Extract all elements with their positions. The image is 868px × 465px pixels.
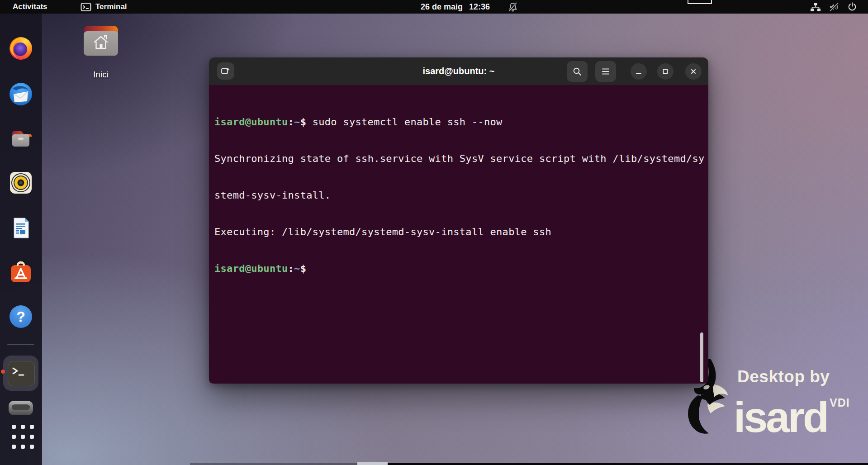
- minimize-icon: [636, 68, 642, 75]
- terminal-command-line: isard@ubuntu:~$sudo systemctl enable ssh…: [214, 116, 705, 128]
- activities-button[interactable]: Activitats: [13, 0, 47, 14]
- terminal-window: isard@ubuntu: ~: [209, 57, 708, 384]
- focused-app-indicator[interactable]: Terminal: [81, 0, 127, 14]
- thunderbird-icon: [8, 81, 33, 107]
- home-folder-label: Inici: [74, 70, 128, 80]
- prompt-dollar: $: [300, 263, 307, 274]
- prompt-user-host: isard@ubuntu: [214, 263, 288, 274]
- dock-separator: [7, 344, 34, 345]
- dock-item-drive[interactable]: [9, 401, 33, 415]
- prompt-path: ~: [294, 116, 300, 128]
- help-glyph: ?: [16, 308, 25, 325]
- terminal-output: isard@ubuntu:~$sudo systemctl enable ssh…: [214, 91, 705, 299]
- focused-app-label: Terminal: [95, 2, 127, 11]
- terminal-scrollbar[interactable]: [700, 332, 703, 382]
- video-scrubbar-segment: [388, 463, 868, 465]
- prompt-dollar: $: [300, 116, 307, 128]
- maximize-button[interactable]: [657, 63, 674, 80]
- ubuntu-software-icon: [8, 260, 33, 285]
- terminal-output-line: Synchronizing state of ssh.service with …: [214, 152, 705, 165]
- screen-edge-artifact: [688, 0, 712, 4]
- network-wired-icon: [810, 2, 821, 12]
- prompt-colon: :: [288, 116, 294, 128]
- prompt-path: ~: [294, 263, 300, 274]
- dock-item-firefox[interactable]: [8, 36, 33, 61]
- dock: ?: [0, 14, 42, 465]
- home-folder-icon: [84, 26, 118, 56]
- app-grid-icon: [12, 425, 16, 429]
- terminal-window-icon: [81, 2, 91, 12]
- top-bar: Activitats Terminal 26 de maig 12:36: [0, 0, 868, 14]
- close-icon: [690, 68, 697, 75]
- search-button[interactable]: [567, 61, 588, 82]
- dock-item-thunderbird[interactable]: [8, 81, 33, 107]
- terminal-titlebar[interactable]: isard@ubuntu: ~: [209, 57, 708, 85]
- minimize-button[interactable]: [631, 63, 647, 80]
- prompt-colon: :: [288, 263, 294, 274]
- watermark-desktop-by: Desktop by: [737, 367, 830, 386]
- prompt-user-host: isard@ubuntu: [214, 116, 288, 128]
- close-button[interactable]: [685, 63, 702, 80]
- typed-command: sudo systemctl enable ssh --now: [313, 116, 503, 128]
- clock-date: 26 de maig: [421, 2, 463, 12]
- dock-item-rhythmbox[interactable]: [8, 170, 33, 195]
- dock-item-libreoffice-writer[interactable]: [8, 215, 33, 241]
- terminal-content-area[interactable]: isard@ubuntu:~$sudo systemctl enable ssh…: [209, 85, 708, 384]
- running-indicator-dot: [1, 370, 5, 374]
- dock-item-ubuntu-software[interactable]: [8, 260, 33, 285]
- dock-item-files[interactable]: [8, 126, 33, 152]
- dock-item-help[interactable]: ?: [8, 304, 33, 329]
- clock-time: 12:36: [469, 2, 490, 12]
- house-icon: [92, 34, 110, 51]
- firefox-icon: [8, 36, 33, 61]
- terminal-prompt-glyph-icon: [12, 366, 28, 380]
- terminal-output-line: stemd-sysv-install.: [214, 189, 705, 201]
- watermark-brand: isard: [734, 393, 827, 442]
- notifications-disabled-icon: [508, 2, 518, 12]
- system-status-menu[interactable]: [810, 0, 857, 14]
- files-folder-icon: [8, 126, 33, 152]
- clock-button[interactable]: 26 de maig 12:36: [421, 0, 490, 14]
- home-folder-shortcut[interactable]: Inici: [74, 24, 128, 84]
- menu-button[interactable]: [595, 61, 616, 82]
- power-icon: [847, 2, 857, 12]
- dock-item-terminal[interactable]: [3, 356, 38, 391]
- terminal-output-line: Executing: /lib/systemd/systemd-sysv-ins…: [214, 226, 705, 238]
- rhythmbox-icon: [8, 170, 33, 195]
- watermark-vdi: VDI: [830, 396, 850, 409]
- new-tab-button[interactable]: [217, 62, 234, 80]
- drive-icon: [12, 403, 30, 410]
- new-tab-icon: [220, 66, 231, 76]
- terminal-app-icon: [8, 361, 35, 386]
- video-scrubbar-handle: [357, 462, 388, 465]
- desktop-screen: Desktop by isard VDI isard@ubuntu: ~: [0, 0, 868, 465]
- video-scrubbar-segment: [190, 463, 357, 465]
- audio-muted-icon: [829, 2, 840, 12]
- terminal-prompt-line: isard@ubuntu:~$: [214, 262, 705, 275]
- app-grid-button[interactable]: [12, 425, 34, 449]
- hamburger-menu-icon: [601, 67, 610, 76]
- libreoffice-writer-icon: [8, 215, 33, 241]
- maximize-icon: [662, 68, 669, 75]
- search-icon: [572, 66, 582, 76]
- help-icon: ?: [8, 304, 33, 329]
